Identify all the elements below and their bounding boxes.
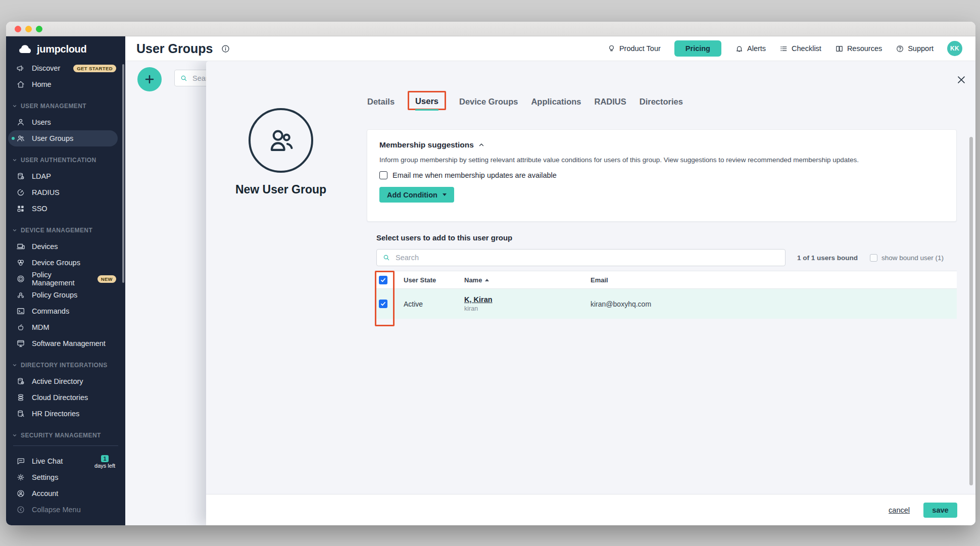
chat-bubble-icon bbox=[16, 457, 25, 466]
sidebar-item-devices[interactable]: Devices bbox=[6, 238, 125, 255]
search-icon bbox=[382, 254, 390, 262]
support-label: Support bbox=[908, 44, 934, 53]
caret-down-icon bbox=[443, 193, 447, 196]
window-minimize-button[interactable] bbox=[25, 26, 32, 32]
active-directory-icon bbox=[16, 377, 25, 386]
email-updates-option[interactable]: Email me when membership updates are ava… bbox=[379, 171, 944, 179]
sort-asc-icon bbox=[485, 279, 489, 281]
user-email: kiran@boxyhq.com bbox=[591, 300, 957, 308]
sidebar-item-account[interactable]: Account bbox=[6, 485, 125, 502]
sidebar-item-label: RADIUS bbox=[32, 188, 60, 196]
checklist-button[interactable]: Checklist bbox=[779, 44, 821, 53]
sidebar-item-label: Cloud Directories bbox=[32, 393, 88, 402]
ldap-database-icon bbox=[16, 172, 25, 181]
close-icon[interactable] bbox=[956, 74, 967, 85]
info-icon[interactable] bbox=[221, 44, 230, 54]
sidebar-item-label: Collapse Menu bbox=[32, 506, 81, 514]
sidebar-item-settings[interactable]: Settings bbox=[6, 469, 125, 485]
product-tour-button[interactable]: Product Tour bbox=[607, 44, 661, 53]
sidebar-item-commands[interactable]: Commands bbox=[6, 303, 125, 319]
checklist-label: Checklist bbox=[792, 44, 821, 53]
sidebar-item-user-groups[interactable]: User Groups bbox=[8, 130, 118, 146]
column-email[interactable]: Email bbox=[591, 276, 957, 284]
sidebar-item-live-chat[interactable]: Live Chat 1 days left bbox=[6, 453, 125, 469]
sidebar-item-label: Home bbox=[32, 80, 52, 88]
window-close-button[interactable] bbox=[15, 26, 21, 32]
sidebar-item-discover[interactable]: Discover GET STARTED bbox=[6, 60, 125, 76]
tab-directories[interactable]: Directories bbox=[640, 97, 683, 110]
table-row[interactable]: Active K, Kiran kiran kiran@boxyhq.com bbox=[376, 289, 957, 319]
hr-directories-icon bbox=[16, 409, 25, 418]
sidebar-item-home[interactable]: Home bbox=[6, 76, 125, 92]
sidebar-section-user-management[interactable]: USER MANAGEMENT bbox=[6, 98, 125, 114]
cancel-button[interactable]: cancel bbox=[889, 506, 910, 514]
column-user-state[interactable]: User State bbox=[404, 276, 464, 284]
sidebar-item-software-management[interactable]: Software Management bbox=[6, 335, 125, 352]
sidebar-item-mdm[interactable]: MDM bbox=[6, 319, 125, 335]
email-updates-checkbox[interactable] bbox=[379, 171, 387, 179]
sidebar-item-label: HR Directories bbox=[32, 410, 79, 418]
sidebar-scrollbar[interactable] bbox=[122, 64, 124, 283]
modal-scrollbar[interactable] bbox=[969, 137, 973, 485]
search-icon bbox=[180, 74, 188, 82]
select-all-checkbox[interactable] bbox=[379, 276, 387, 284]
sidebar-item-policy-groups[interactable]: Policy Groups bbox=[6, 287, 125, 303]
commands-terminal-icon bbox=[16, 307, 25, 316]
support-button[interactable]: Support bbox=[896, 44, 934, 53]
sidebar-item-ldap[interactable]: LDAP bbox=[6, 168, 125, 184]
show-bound-label: show bound user (1) bbox=[881, 254, 944, 262]
show-bound-option[interactable]: show bound user (1) bbox=[870, 254, 944, 262]
sidebar-item-hr-directories[interactable]: HR Directories bbox=[6, 406, 125, 422]
save-button[interactable]: save bbox=[923, 503, 957, 518]
sidebar-section-directory-integrations[interactable]: DIRECTORY INTEGRATIONS bbox=[6, 357, 125, 373]
user-state: Active bbox=[404, 300, 464, 308]
sidebar-item-device-groups[interactable]: Device Groups bbox=[6, 255, 125, 271]
sidebar-item-label: Users bbox=[32, 118, 51, 126]
sidebar-item-sso[interactable]: SSO bbox=[6, 201, 125, 217]
sidebar-section-device-management[interactable]: DEVICE MANAGEMENT bbox=[6, 222, 125, 238]
tab-details[interactable]: Details bbox=[367, 97, 395, 110]
add-user-group-button[interactable] bbox=[137, 67, 162, 91]
chevron-up-icon bbox=[478, 142, 484, 148]
membership-suggestions-toggle[interactable]: Membership suggestions bbox=[379, 140, 944, 150]
alerts-button[interactable]: Alerts bbox=[735, 44, 766, 53]
user-name-link[interactable]: K, Kiran bbox=[464, 295, 591, 304]
group-name: New User Group bbox=[230, 183, 331, 196]
tab-users[interactable]: Users bbox=[415, 96, 438, 111]
sidebar-item-cloud-directories[interactable]: Cloud Directories bbox=[6, 389, 125, 406]
user-group-circle-icon bbox=[249, 108, 313, 173]
sidebar-section-security-management[interactable]: SECURITY MANAGEMENT bbox=[6, 427, 125, 443]
users-search-input[interactable] bbox=[396, 254, 779, 262]
column-name[interactable]: Name bbox=[464, 276, 591, 284]
sidebar-item-users[interactable]: Users bbox=[6, 114, 125, 130]
chevron-down-icon bbox=[12, 433, 17, 438]
tab-radius[interactable]: RADIUS bbox=[594, 97, 626, 110]
sidebar-item-active-directory[interactable]: Active Directory bbox=[6, 373, 125, 389]
tab-device-groups[interactable]: Device Groups bbox=[459, 97, 518, 110]
add-condition-button[interactable]: Add Condition bbox=[379, 187, 454, 203]
sidebar-section-user-authentication[interactable]: USER AUTHENTICATION bbox=[6, 152, 125, 168]
sidebar-item-collapse-menu[interactable]: Collapse Menu bbox=[6, 502, 125, 518]
users-table: User State Name Email Active bbox=[376, 271, 957, 319]
row-checkbox[interactable] bbox=[379, 300, 387, 308]
avatar[interactable]: KK bbox=[947, 41, 962, 56]
help-icon bbox=[896, 44, 904, 53]
section-label: USER MANAGEMENT bbox=[21, 103, 86, 110]
tab-applications[interactable]: Applications bbox=[531, 97, 581, 110]
sidebar-item-policy-management[interactable]: Policy Management NEW bbox=[6, 271, 125, 287]
users-tab-annotation: Users bbox=[408, 91, 446, 110]
show-bound-checkbox[interactable] bbox=[870, 254, 877, 262]
checklist-icon bbox=[779, 44, 788, 53]
jumpcloud-logo[interactable]: jumpcloud bbox=[6, 36, 125, 57]
sidebar-item-radius[interactable]: RADIUS bbox=[6, 184, 125, 201]
sidebar-item-label: SSO bbox=[32, 205, 47, 213]
users-table-header: User State Name Email bbox=[376, 271, 957, 289]
sidebar-item-label: Devices bbox=[32, 242, 58, 251]
pricing-button[interactable]: Pricing bbox=[674, 40, 721, 57]
window-zoom-button[interactable] bbox=[36, 26, 42, 32]
users-search[interactable] bbox=[376, 249, 786, 266]
book-icon bbox=[835, 44, 844, 53]
policy-groups-icon bbox=[16, 290, 25, 300]
section-label: USER AUTHENTICATION bbox=[21, 157, 96, 164]
resources-button[interactable]: Resources bbox=[835, 44, 882, 53]
